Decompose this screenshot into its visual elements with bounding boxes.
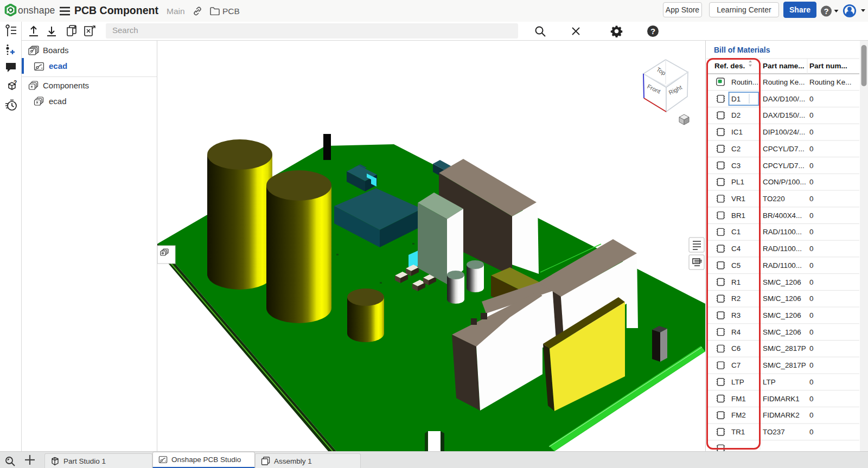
svg-text:TO237: TO237 [763,428,785,436]
svg-text:FIDMARK2: FIDMARK2 [763,411,800,419]
svg-text:0: 0 [809,395,813,403]
svg-text:SM/C_2817P: SM/C_2817P [763,361,806,369]
svg-text:?: ? [824,7,828,16]
svg-text:0: 0 [809,111,813,119]
svg-text:0: 0 [809,211,813,220]
svg-text:SM/C_1206: SM/C_1206 [763,311,801,319]
svg-text:0: 0 [809,361,813,369]
svg-text:RAD/1100...: RAD/1100... [763,228,802,236]
svg-text:0: 0 [809,245,813,253]
svg-text:TO220: TO220 [763,195,785,203]
svg-text:SM/C_1206: SM/C_1206 [763,328,801,336]
svg-text:0: 0 [809,344,813,352]
svg-text:0: 0 [809,261,813,270]
svg-text:0: 0 [809,178,813,186]
svg-text:0: 0 [809,378,813,386]
svg-text:0: 0 [809,411,813,419]
svg-text:Routing Ke...: Routing Ke... [809,78,851,86]
svg-text:0: 0 [809,311,813,319]
svg-text:0: 0 [809,145,813,153]
svg-text:Part name...: Part name... [763,62,805,70]
svg-text:0: 0 [809,328,813,336]
svg-text:0: 0 [809,95,813,103]
svg-text:Part num...: Part num... [809,62,847,70]
svg-text:RAD/1100...: RAD/1100... [763,261,802,270]
svg-text:SM/C_1206: SM/C_1206 [763,278,801,286]
svg-text:DAX/D150/...: DAX/D150/... [763,111,805,119]
svg-text:SM/C_1206: SM/C_1206 [763,294,801,303]
svg-text:CON/P/100...: CON/P/100... [763,178,806,186]
svg-text:0: 0 [809,195,813,203]
svg-text:DAX/D100/...: DAX/D100/... [763,95,805,103]
svg-text:Bill of Materials: Bill of Materials [714,46,770,54]
svg-text:0: 0 [809,228,813,236]
svg-text:FIDMARK1: FIDMARK1 [763,395,800,403]
svg-text:0: 0 [809,278,813,286]
svg-text:?: ? [14,80,17,86]
svg-text:CPCYL/D7...: CPCYL/D7... [763,162,805,170]
svg-text:SM/C_2817P: SM/C_2817P [763,344,806,352]
svg-text:0: 0 [809,128,813,136]
svg-text:DIP100/24/...: DIP100/24/... [763,128,805,136]
svg-text:BR/400X4...: BR/400X4... [763,211,802,220]
svg-text:Routing Ke...: Routing Ke... [763,78,805,86]
svg-text:0: 0 [809,294,813,303]
svg-text:?: ? [650,27,655,36]
svg-text:LTP: LTP [763,378,776,386]
svg-text:CPCYL/D7...: CPCYL/D7... [763,145,805,153]
svg-text:0: 0 [809,428,813,436]
svg-text:RAD/1100...: RAD/1100... [763,245,802,253]
svg-text:0: 0 [809,162,813,170]
